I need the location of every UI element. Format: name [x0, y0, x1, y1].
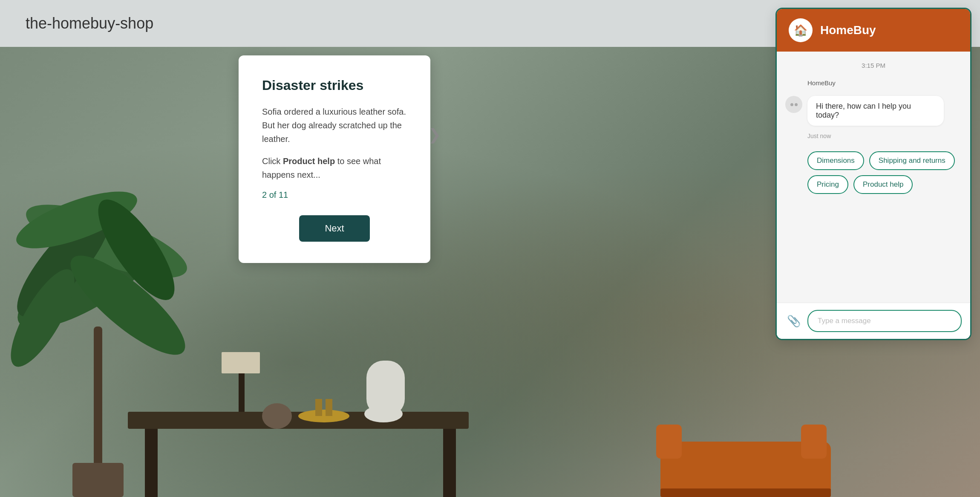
option-pricing[interactable]: Pricing	[807, 175, 848, 194]
chat-input[interactable]	[807, 310, 962, 332]
svg-rect-13	[222, 352, 260, 373]
modal-body-line2: Click Product help to see what happens n…	[262, 154, 407, 182]
option-product-help[interactable]: Product help	[853, 175, 913, 194]
tutorial-arrow: ❯	[428, 126, 441, 144]
svg-rect-12	[239, 369, 245, 412]
svg-rect-23	[660, 488, 831, 497]
svg-rect-17	[326, 399, 332, 416]
chat-bubble: Hi there, how can I help you today?	[807, 96, 944, 126]
chat-timestamp: 3:15 PM	[785, 62, 962, 69]
modal-counter: 2 of 11	[262, 190, 407, 200]
attach-button[interactable]: 📎	[785, 313, 802, 329]
home-icon: 🏠	[794, 24, 807, 37]
chat-options: Dimensions Shipping and returns Pricing …	[807, 151, 962, 194]
svg-rect-9	[128, 412, 469, 429]
option-dimensions[interactable]: Dimensions	[807, 151, 864, 170]
modal-body-prefix: Click	[262, 156, 283, 166]
next-button[interactable]: Next	[299, 215, 369, 242]
avatar-dot-2	[795, 103, 798, 106]
svg-rect-22	[801, 425, 827, 459]
chat-widget: 🏠 HomeBuy 3:15 PM HomeBuy Hi there, how …	[775, 8, 971, 340]
svg-rect-21	[656, 425, 682, 459]
modal-highlight: Product help	[283, 156, 335, 166]
svg-point-14	[262, 403, 292, 429]
furniture-area	[0, 327, 980, 497]
chat-just-now: Just now	[807, 133, 962, 139]
tutorial-modal: Disaster strikes Sofia ordered a luxurio…	[239, 55, 430, 263]
chat-body[interactable]: 3:15 PM HomeBuy Hi there, how can I help…	[777, 52, 970, 303]
svg-rect-16	[315, 399, 322, 416]
svg-rect-19	[366, 361, 405, 416]
chat-brand-name: HomeBuy	[820, 23, 876, 37]
chat-sender-name: HomeBuy	[807, 79, 962, 87]
chat-message-row: Hi there, how can I help you today?	[785, 96, 962, 126]
svg-rect-11	[443, 429, 456, 497]
chat-logo: 🏠	[789, 18, 813, 42]
svg-rect-10	[145, 429, 158, 497]
modal-title: Disaster strikes	[262, 77, 407, 95]
chat-footer: 📎	[777, 303, 970, 339]
website-title: the-homebuy-shop	[26, 14, 153, 32]
attach-icon: 📎	[787, 315, 801, 327]
chat-header: 🏠 HomeBuy	[777, 9, 970, 52]
avatar-dot-1	[790, 103, 793, 106]
avatar	[785, 96, 802, 113]
modal-body-line1: Sofia ordered a luxurious leather sofa. …	[262, 105, 407, 146]
option-shipping-returns[interactable]: Shipping and returns	[869, 151, 955, 170]
svg-point-15	[298, 410, 349, 422]
